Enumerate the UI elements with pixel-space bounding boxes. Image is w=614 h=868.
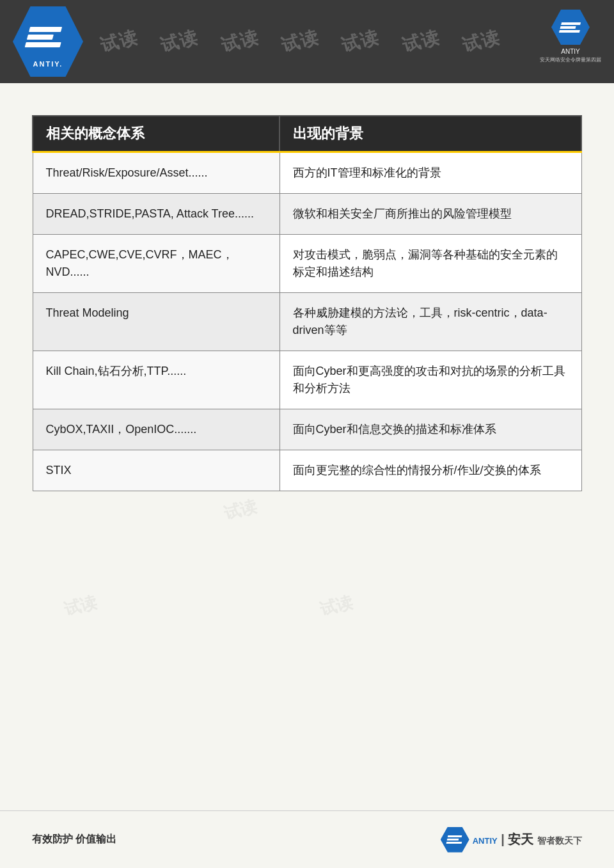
brand-logo-small	[551, 10, 590, 45]
watermark-1: 试读	[98, 25, 141, 58]
watermark-5: 试读	[339, 25, 382, 58]
watermark-6: 试读	[400, 25, 443, 58]
footer-brand-names: ANTIY | 安天 智者数天下	[473, 831, 582, 848]
table-row: Kill Chain,钻石分析,TTP......面向Cyber和更高强度的攻击…	[33, 351, 581, 409]
watermark-7: 试读	[460, 25, 503, 58]
col-header-concepts: 相关的概念体系	[33, 116, 279, 152]
table-cell-background-0: 西方的IT管理和标准化的背景	[279, 152, 581, 194]
main-content: 试读 试读 试读 试读 试读 试读 试读 试读 试读 试读 试读 试读 相关的概…	[0, 83, 614, 819]
watermark-3: 试读	[219, 25, 262, 58]
footer-brand-name: ANTIY | 安天 智者数天下	[473, 831, 582, 848]
table-cell-background-2: 对攻击模式，脆弱点，漏洞等各种基础的安全元素的标定和描述结构	[279, 235, 581, 293]
table-row: Threat/Risk/Exposure/Asset......西方的IT管理和…	[33, 152, 581, 194]
table-row: DREAD,STRIDE,PASTA, Attack Tree......微软和…	[33, 194, 581, 235]
table-cell-concept-5: CybOX,TAXII，OpenIOC.......	[33, 409, 279, 450]
brand-line1: ANTIY	[540, 47, 601, 56]
table-row: CybOX,TAXII，OpenIOC.......面向Cyber和信息交换的描…	[33, 409, 581, 450]
table-cell-concept-1: DREAD,STRIDE,PASTA, Attack Tree......	[33, 194, 279, 235]
table-cell-background-5: 面向Cyber和信息交换的描述和标准体系	[279, 409, 581, 450]
footer-brand: ANTIY | 安天 智者数天下	[441, 827, 582, 853]
brand-text: ANTIY 安天网络安全令牌量第四届	[540, 47, 601, 63]
table-cell-background-6: 面向更完整的综合性的情报分析/作业/交换的体系	[279, 450, 581, 491]
brand-line2: 安天网络安全令牌量第四届	[540, 56, 601, 63]
mwm-10: 试读	[317, 591, 355, 621]
f-stripe-1	[448, 835, 462, 837]
table-cell-background-3: 各种威胁建模的方法论，工具，risk-centric，data-driven等等	[279, 293, 581, 351]
footer-brand-separator: |	[501, 832, 505, 846]
header-brand: ANTIY 安天网络安全令牌量第四届	[540, 10, 601, 63]
table-cell-concept-0: Threat/Risk/Exposure/Asset......	[33, 152, 279, 194]
f-stripe-3	[446, 842, 462, 844]
footer-brand-cn: 安天	[508, 832, 533, 846]
table-row: CAPEC,CWE,CVE,CVRF，MAEC，NVD......对攻击模式，脆…	[33, 235, 581, 293]
logo-stripe-1	[29, 26, 62, 31]
header-watermark-area: 试读 试读 试读 试读 试读 试读 试读	[0, 0, 614, 83]
table-row: Threat Modeling各种威胁建模的方法论，工具，risk-centri…	[33, 293, 581, 351]
footer-logo-text: ANTIY	[473, 836, 498, 846]
mini-stripes	[559, 22, 582, 33]
col-header-background: 出现的背景	[279, 116, 581, 152]
table-header-row: 相关的概念体系 出现的背景	[33, 116, 581, 152]
header: ANTIY. 试读 试读 试读 试读 试读 试读 试读 ANTIY 安天网络安全…	[0, 0, 614, 83]
mwm-9: 试读	[61, 591, 99, 621]
table-cell-background-1: 微软和相关安全厂商所推出的风险管理模型	[279, 194, 581, 235]
concept-table: 相关的概念体系 出现的背景 Threat/Risk/Exposure/Asset…	[32, 115, 582, 491]
logo-text: ANTIY.	[33, 60, 63, 68]
table-cell-concept-6: STIX	[33, 450, 279, 491]
mini-stripe-1	[561, 22, 581, 25]
table-cell-concept-4: Kill Chain,钻石分析,TTP......	[33, 351, 279, 409]
table-cell-concept-3: Threat Modeling	[33, 293, 279, 351]
logo-stripes	[22, 16, 74, 58]
footer-logo	[441, 827, 469, 853]
table-cell-concept-2: CAPEC,CWE,CVE,CVRF，MAEC，NVD......	[33, 235, 279, 293]
logo-stripe-2	[26, 34, 53, 39]
footer-slogan: 有效防护 价值输出	[32, 833, 116, 846]
logo-stripe-3	[24, 42, 61, 47]
watermark-2: 试读	[159, 25, 202, 58]
footer-logo-stripes	[446, 835, 464, 844]
footer: 有效防护 价值输出 ANTIY | 安天 智者数天下	[0, 810, 614, 868]
mini-stripe-2	[560, 26, 576, 29]
mini-stripe-3	[559, 30, 580, 33]
mwm-12: 试读	[221, 495, 259, 525]
table-row: STIX面向更完整的综合性的情报分析/作业/交换的体系	[33, 450, 581, 491]
watermark-4: 试读	[279, 25, 322, 58]
footer-brand-sub: 智者数天下	[537, 835, 582, 846]
f-stripe-2	[447, 839, 459, 840]
table-cell-background-4: 面向Cyber和更高强度的攻击和对抗的场景的分析工具和分析方法	[279, 351, 581, 409]
